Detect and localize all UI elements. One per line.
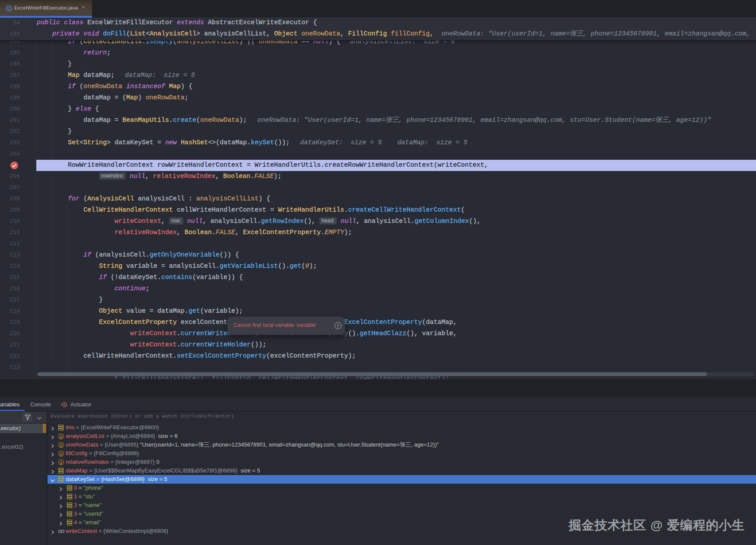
svg-text:p: p [60, 443, 62, 447]
svg-text:p: p [60, 460, 62, 465]
svg-text:p: p [60, 434, 62, 439]
svg-text:p: p [60, 452, 62, 456]
svg-text:C: C [7, 6, 10, 11]
